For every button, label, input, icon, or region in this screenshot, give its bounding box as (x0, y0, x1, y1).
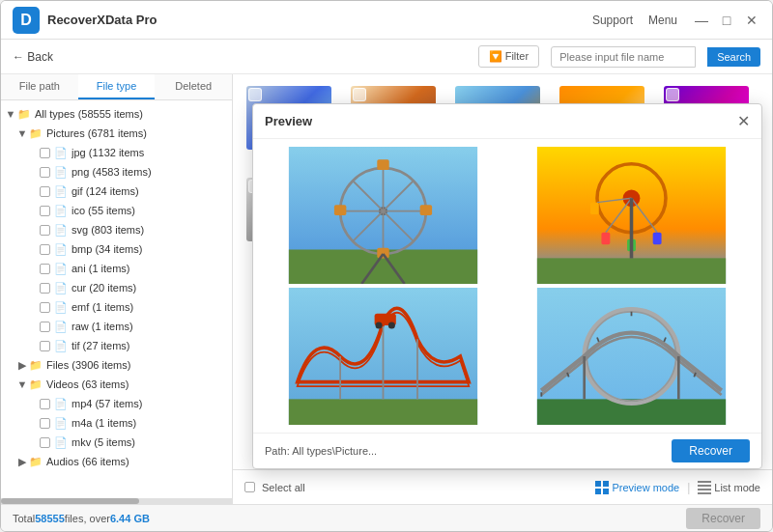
status-bar: Total 58555 files, over 6.44 GB Recover (1, 504, 772, 531)
svg-point-35 (388, 322, 395, 329)
tree-label-ani: ani (1 items) (72, 263, 130, 274)
checkbox-ico[interactable] (40, 206, 50, 216)
checkbox-jpg[interactable] (40, 148, 50, 158)
app-window: D RecoverXData Pro Support Menu — □ ✕ ← … (0, 0, 773, 532)
toggle-m4a (28, 417, 40, 429)
checkbox-gif[interactable] (40, 186, 50, 197)
tree-item-emf[interactable]: 📄 emf (1 items) (1, 297, 232, 317)
toggle-files: ▶ (16, 359, 28, 371)
toggle-tif (28, 340, 40, 351)
preview-overlay: Preview ✕ (233, 74, 772, 504)
svg-icon: 📄 (53, 222, 69, 238)
tree-item-videos[interactable]: ▼ 📁 Videos (63 items) (1, 375, 232, 394)
checkbox-m4a[interactable] (40, 418, 50, 429)
toggle-gif (28, 185, 40, 197)
tree-item-raw[interactable]: 📄 raw (1 items) (1, 317, 232, 336)
checkbox-bmp[interactable] (40, 244, 50, 255)
app-title: RecoverXData Pro (47, 13, 592, 27)
tree-item-png[interactable]: 📄 png (4583 items) (1, 162, 232, 182)
svg-rect-29 (289, 399, 477, 425)
preview-title: Preview (265, 114, 737, 128)
tree-item-tif[interactable]: 📄 tif (27 items) (1, 336, 232, 355)
recover-button-bottom[interactable]: Recover (686, 508, 760, 529)
tab-deleted[interactable]: Deleted (155, 74, 232, 99)
support-link[interactable]: Support (592, 14, 633, 27)
gif-icon: 📄 (53, 183, 69, 199)
checkbox-tif[interactable] (40, 341, 50, 351)
tree-item-pictures[interactable]: ▼ 📁 Pictures (6781 items) (1, 124, 232, 143)
preview-close-button[interactable]: ✕ (737, 112, 750, 130)
tree-item-bmp[interactable]: 📄 bmp (34 items) (1, 239, 232, 259)
preview-image-2[interactable] (509, 147, 754, 284)
sidebar-scroll-thumb[interactable] (1, 498, 139, 504)
toggle-videos: ▼ (16, 378, 28, 390)
tree-item-svg[interactable]: 📄 svg (803 items) (1, 220, 232, 239)
tree-item-m4a[interactable]: 📄 m4a (1 items) (1, 413, 232, 433)
checkbox-cur[interactable] (40, 283, 50, 294)
tree-item-mp4[interactable]: 📄 mp4 (57 items) (1, 394, 232, 413)
tree-label-audios: Audios (66 items) (46, 456, 129, 467)
tree-item-ani[interactable]: 📄 ani (1 items) (1, 259, 232, 278)
checkbox-emf[interactable] (40, 302, 50, 313)
tab-file-path[interactable]: File path (1, 74, 78, 99)
folder-icon: 📁 (16, 106, 32, 122)
tree-label-jpg: jpg (1132 items (72, 147, 144, 158)
tab-file-type[interactable]: File type (78, 74, 156, 99)
status-text-middle: files, over (65, 513, 110, 524)
tif-icon: 📄 (53, 338, 69, 353)
tree-item-ico[interactable]: 📄 ico (55 items) (1, 201, 232, 220)
checkbox-raw[interactable] (40, 322, 50, 332)
search-input[interactable] (551, 46, 696, 68)
toggle-png (28, 166, 40, 178)
sidebar-scrollbar[interactable] (1, 498, 232, 504)
title-nav: Support Menu (592, 14, 677, 27)
toggle-raw (28, 321, 40, 332)
checkbox-mkv[interactable] (40, 437, 50, 448)
checkbox-png[interactable] (40, 167, 50, 178)
tree-item-audios[interactable]: ▶ 📁 Audios (66 items) (1, 452, 232, 471)
raw-icon: 📄 (53, 319, 69, 334)
svg-point-34 (376, 322, 383, 329)
checkbox-ani[interactable] (40, 264, 50, 274)
preview-modal: Preview ✕ (252, 103, 762, 469)
preview-image-4[interactable] (509, 288, 754, 425)
title-bar: D RecoverXData Pro Support Menu — □ ✕ (1, 1, 772, 40)
tree-label-pictures: Pictures (6781 items) (46, 127, 147, 139)
search-button[interactable]: Search (707, 47, 760, 67)
png-icon: 📄 (53, 164, 69, 180)
preview-footer: Path: All types\Picture... Recover (253, 433, 761, 468)
pictures-icon: 📁 (28, 126, 43, 141)
preview-image-3[interactable] (261, 288, 505, 425)
tree-label-png: png (4583 items) (72, 166, 152, 178)
svg-rect-12 (420, 205, 432, 215)
preview-recover-button[interactable]: Recover (672, 439, 750, 462)
toggle-audios: ▶ (16, 456, 28, 467)
tree-label-all-types: All types (58555 items) (35, 108, 143, 120)
toggle-mp4 (28, 398, 40, 409)
emf-icon: 📄 (53, 299, 69, 315)
videos-icon: 📁 (28, 377, 43, 392)
tree-label-bmp: bmp (34 items) (72, 243, 142, 255)
preview-path-text: Path: All types\Picture... (265, 445, 672, 457)
tree-item-files[interactable]: ▶ 📁 Files (3906 items) (1, 355, 232, 375)
tree-label-cur: cur (20 items) (72, 282, 136, 294)
back-button[interactable]: ← Back (13, 50, 53, 64)
minimize-button[interactable]: — (693, 12, 710, 29)
menu-link[interactable]: Menu (648, 14, 677, 27)
preview-image-1[interactable] (261, 147, 505, 284)
tree-item-cur[interactable]: 📄 cur (20 items) (1, 278, 232, 297)
tree-item-jpg[interactable]: 📄 jpg (1132 items (1, 143, 232, 162)
filter-button[interactable]: 🔽 Filter (478, 45, 540, 68)
svg-rect-26 (590, 203, 599, 214)
toggle-mkv (28, 436, 40, 448)
tree-item-all-types[interactable]: ▼ 📁 All types (58555 items) (1, 104, 232, 124)
tree-item-gif[interactable]: 📄 gif (124 items) (1, 182, 232, 201)
close-button[interactable]: ✕ (743, 12, 760, 29)
tree-label-files: Files (3906 items) (46, 359, 130, 371)
sidebar-tabs: File path File type Deleted (1, 74, 232, 100)
checkbox-mp4[interactable] (40, 399, 50, 409)
checkbox-svg[interactable] (40, 225, 50, 236)
maximize-button[interactable]: □ (718, 12, 735, 29)
tree-item-mkv[interactable]: 📄 mkv (5 items) (1, 433, 232, 452)
svg-rect-10 (377, 248, 388, 259)
